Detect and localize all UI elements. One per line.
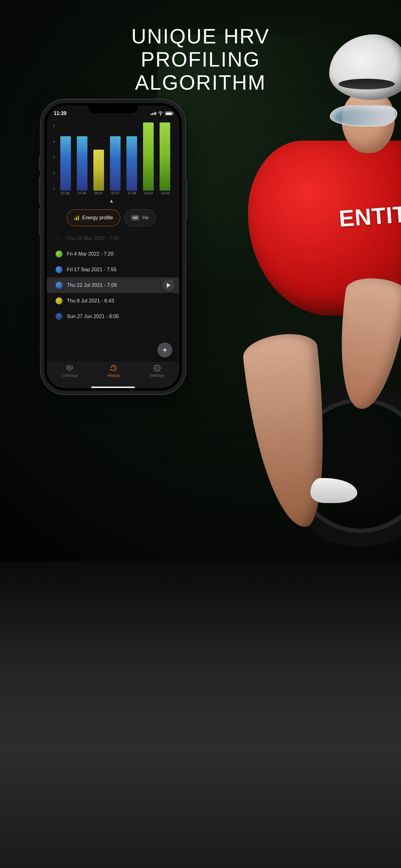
headline-line-2: PROFILING [0,48,401,71]
open-row-button[interactable] [162,279,175,291]
history-label: Fri 17 Sep 2021 - 7:55 [67,267,116,273]
y-tick: 3 [53,155,55,159]
x-tick: 22.07 [111,191,120,197]
y-tick: 4 [53,140,55,144]
svg-point-0 [156,367,158,369]
heartbeat-icon [66,364,73,372]
marketing-headline: UNIQUE HRV PROFILING ALGORITHM [0,25,401,94]
history-row[interactable]: Sun 27 Jun 2021 - 8:05 [47,309,179,324]
history-label: Thu 10 Mar 2022 - 7:46 [67,236,119,241]
plus-icon: + [162,345,167,355]
tab-bar: Checkup History Settings [47,362,179,388]
chart-section: 54321 07.0627.0608.0722.0717.0904.0310.0… [47,119,179,204]
y-tick: 1 [53,187,55,191]
phone-side-button [39,177,41,204]
phone-side-button [39,156,41,170]
history-row[interactable]: Fri 17 Sep 2021 - 7:55 [47,262,179,277]
add-button[interactable]: + [157,342,172,358]
cellular-signal-icon [151,112,156,115]
tab-label: Settings [149,373,164,378]
headline-line-3: ALGORITHM [0,71,401,94]
chart-x-axis: 07.0627.0608.0722.0717.0904.0310.03 [57,191,174,197]
status-dot-icon [56,313,63,320]
gear-icon [153,364,161,372]
y-tick: 2 [53,171,55,175]
chip-heart-rate[interactable]: HR He [124,209,156,226]
chip-label: He [142,215,149,221]
chip-label: Energy profile [82,215,113,221]
y-tick: 5 [53,124,55,127]
chart-bar[interactable] [160,122,170,191]
x-tick: 08.07 [94,191,103,197]
phone-notch [88,103,138,113]
chart-y-axis: 54321 [49,122,57,197]
phone-side-button [186,181,188,219]
history-label: Thu 22 Jul 2021 - 7:09 [67,282,117,288]
chart-bar[interactable] [77,136,88,191]
home-indicator [91,386,135,388]
status-dot-icon [56,282,63,289]
status-dot-icon [56,266,63,273]
phone-side-button [39,208,41,235]
hr-badge-icon: HR [131,215,139,221]
status-dot-icon [56,235,63,242]
history-label: Thu 8 Jul 2021 - 6:43 [67,298,114,304]
history-row[interactable]: Thu 22 Jul 2021 - 7:09 [47,277,179,293]
history-label: Fri 4 Mar 2022 - 7:20 [67,251,113,257]
history-label: Sun 27 Jun 2021 - 8:05 [67,314,119,319]
arrow-right-icon [167,283,170,288]
tab-label: Checkup [62,373,78,378]
battery-icon [165,112,172,115]
tab-history[interactable]: History [107,364,120,378]
history-list[interactable]: Thu 10 Mar 2022 - 7:46 Fri 4 Mar 2022 - … [47,230,179,362]
app-store-screenshot: ENTIT UNIQUE HRV PROFILING ALGORITHM 11:… [0,0,401,868]
x-tick: 10.03 [161,191,170,197]
tab-label: History [107,373,120,378]
chip-energy-profile[interactable]: Energy profile [67,209,120,226]
x-tick: 04.03 [144,191,153,197]
headline-line-1: UNIQUE HRV [0,25,401,48]
status-dot-icon [56,298,63,304]
x-tick: 27.06 [77,191,86,197]
chart-bar[interactable] [143,122,154,191]
history-row-faded: Thu 10 Mar 2022 - 7:46 [47,230,179,246]
phone-screen: 11:39 54321 07.0627.0608.0722.0717.0904.… [47,105,179,388]
chart-pointer-icon: ▲ [49,198,174,204]
background-road [0,562,401,868]
history-icon [110,364,118,372]
x-tick: 07.06 [61,191,70,197]
status-dot-icon [56,251,63,257]
phone-device-frame: 11:39 54321 07.0627.0608.0722.0717.0904.… [44,103,182,391]
history-row[interactable]: Fri 4 Mar 2022 - 7:20 [47,246,179,262]
metric-chip-row[interactable]: Energy profile HR He [47,204,179,230]
chart-bar[interactable] [127,136,137,191]
wifi-icon [158,112,163,115]
energy-profile-chart[interactable]: 54321 07.0627.0608.0722.0717.0904.0310.0… [49,122,174,197]
history-row[interactable]: Thu 8 Jul 2021 - 6:43 [47,293,179,309]
chart-bar[interactable] [93,150,104,191]
chart-bar[interactable] [60,136,71,191]
tab-checkup[interactable]: Checkup [62,364,78,378]
x-tick: 17.09 [128,191,136,197]
background-cyclist: ENTIT [157,34,401,503]
chart-bar[interactable] [110,136,121,191]
tab-settings[interactable]: Settings [149,364,164,378]
statusbar-time: 11:39 [54,111,67,116]
energy-profile-icon [74,215,79,220]
